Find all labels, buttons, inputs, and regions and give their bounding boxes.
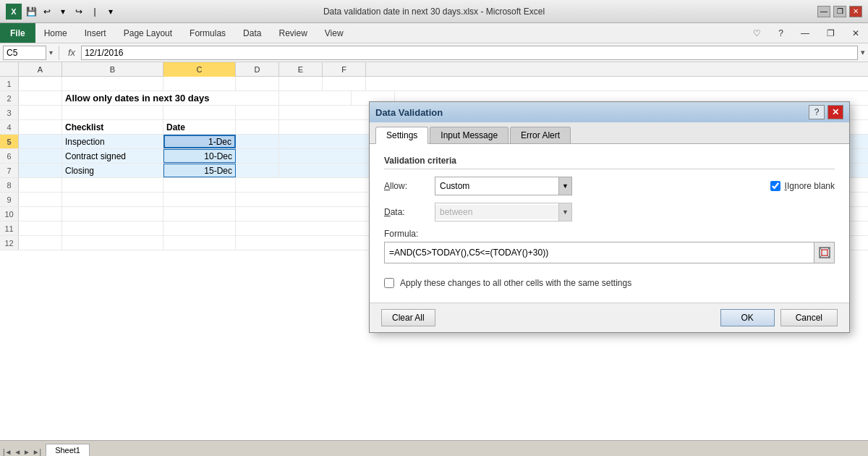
cell-b2[interactable]: Allow only dates in next 30 days	[62, 91, 279, 105]
sheet-nav-arrows[interactable]: |◄ ◄ ► ►|	[3, 448, 41, 456]
cell-c6-date[interactable]: 10-Dec	[163, 149, 236, 163]
cell-f1[interactable]	[323, 77, 366, 90]
tab-settings[interactable]: Settings	[375, 127, 428, 144]
undo-dropdown[interactable]: ▾	[56, 5, 69, 18]
file-menu[interactable]: File	[0, 23, 35, 43]
cell-c2[interactable]	[279, 91, 352, 105]
formula-input[interactable]	[81, 46, 858, 60]
cell-b8[interactable]	[62, 178, 163, 192]
cell-b12[interactable]	[62, 236, 163, 250]
cell-a11[interactable]	[19, 221, 62, 235]
cell-ref-dropdown[interactable]: ▾	[49, 48, 53, 56]
cell-c5-date[interactable]: 1-Dec	[163, 135, 236, 148]
ok-btn[interactable]: OK	[720, 309, 775, 326]
dialog-help-btn[interactable]: ?	[809, 105, 825, 119]
review-menu[interactable]: Review	[270, 23, 315, 43]
data-select-wrapper[interactable]: ▼	[435, 203, 572, 221]
cell-a9[interactable]	[19, 193, 62, 206]
insert-menu[interactable]: Insert	[76, 23, 115, 43]
cell-d6[interactable]	[236, 149, 279, 163]
cell-c8[interactable]	[163, 178, 236, 192]
view-menu[interactable]: View	[316, 23, 352, 43]
cell-c9[interactable]	[163, 193, 236, 206]
apply-changes-row: Apply these changes to all other cells w…	[384, 278, 835, 288]
formula-text-input[interactable]	[385, 245, 814, 261]
dialog-title-buttons: ? ✕	[809, 105, 843, 119]
cell-b7-closing[interactable]: Closing	[62, 164, 163, 177]
cell-c12[interactable]	[163, 236, 236, 250]
clear-all-btn[interactable]: Clear All	[381, 309, 435, 326]
cell-b9[interactable]	[62, 193, 163, 206]
cell-a3[interactable]	[19, 106, 62, 119]
cell-b5-inspection[interactable]: Inspection	[62, 135, 163, 148]
cell-a12[interactable]	[19, 236, 62, 250]
formula-box[interactable]	[384, 242, 835, 263]
window-close[interactable]: ✕	[843, 23, 868, 43]
data-row: Data: ▼	[384, 203, 835, 221]
tab-error-alert[interactable]: Error Alert	[510, 127, 571, 143]
cell-a7[interactable]	[19, 164, 62, 177]
window-restore[interactable]: ❐	[818, 23, 843, 43]
minimize-btn[interactable]: —	[817, 6, 830, 17]
allow-dropdown-arrow[interactable]: ▼	[558, 177, 571, 195]
ignore-blank-checkbox[interactable]	[770, 181, 780, 191]
cell-a4[interactable]	[19, 120, 62, 134]
cell-d4[interactable]	[236, 120, 279, 134]
cell-c11[interactable]	[163, 221, 236, 235]
quick-access-dropdown[interactable]: ▾	[104, 5, 117, 18]
data-dropdown-arrow[interactable]: ▼	[558, 203, 571, 221]
sheet1-tab[interactable]: Sheet1	[46, 444, 90, 456]
redo-icon[interactable]: ↪	[72, 5, 85, 18]
cell-a6[interactable]	[19, 149, 62, 163]
cell-c7-date[interactable]: 15-Dec	[163, 164, 236, 177]
cell-b6-contract[interactable]: Contract signed	[62, 149, 163, 163]
cell-c3[interactable]	[163, 106, 236, 119]
cell-reference-input[interactable]	[3, 46, 46, 60]
undo-icon[interactable]: ↩	[41, 5, 54, 18]
cell-a10[interactable]	[19, 207, 62, 221]
cell-a8[interactable]	[19, 178, 62, 192]
dialog-close-btn[interactable]: ✕	[827, 105, 843, 119]
cell-b10[interactable]	[62, 207, 163, 221]
cell-d5[interactable]	[236, 135, 279, 148]
excel-icon: X	[6, 4, 22, 20]
cell-d3[interactable]	[236, 106, 279, 119]
cell-c10[interactable]	[163, 207, 236, 221]
cell-c4-date[interactable]: Date	[163, 120, 236, 134]
allow-select[interactable]	[435, 179, 558, 193]
formula-icon-btn[interactable]	[814, 242, 834, 263]
col-header-e[interactable]: E	[279, 62, 323, 77]
maximize-btn[interactable]: ❐	[833, 6, 846, 17]
cell-c1[interactable]	[163, 77, 236, 90]
col-header-a[interactable]: A	[19, 62, 62, 77]
cell-a5[interactable]	[19, 135, 62, 148]
save-icon[interactable]: 💾	[25, 5, 38, 18]
data-menu[interactable]: Data	[234, 23, 270, 43]
data-select[interactable]	[435, 205, 558, 219]
tab-input-message[interactable]: Input Message	[430, 127, 509, 143]
cell-a1[interactable]	[19, 77, 62, 90]
cell-b4-checklist[interactable]: Checklist	[62, 120, 163, 134]
cancel-btn[interactable]: Cancel	[780, 309, 838, 326]
cell-e1[interactable]	[279, 77, 323, 90]
question-icon[interactable]: ?	[770, 23, 792, 43]
help-icon[interactable]: ♡	[744, 23, 770, 43]
cell-b3[interactable]	[62, 106, 163, 119]
col-header-d[interactable]: D	[236, 62, 279, 77]
cell-d1[interactable]	[236, 77, 279, 90]
window-min[interactable]: —	[792, 23, 818, 43]
col-header-f[interactable]: F	[323, 62, 366, 77]
apply-changes-checkbox[interactable]	[384, 278, 394, 288]
home-menu[interactable]: Home	[35, 23, 76, 43]
cell-b1[interactable]	[62, 77, 163, 90]
col-header-b[interactable]: B	[62, 62, 163, 77]
allow-select-wrapper[interactable]: ▼	[435, 177, 572, 195]
page-layout-menu[interactable]: Page Layout	[115, 23, 181, 43]
formulas-menu[interactable]: Formulas	[181, 23, 234, 43]
cell-b11[interactable]	[62, 221, 163, 235]
cell-a2[interactable]	[19, 91, 62, 105]
col-header-c[interactable]: C	[163, 62, 236, 77]
cell-d7[interactable]	[236, 164, 279, 177]
close-btn[interactable]: ✕	[849, 6, 862, 17]
formula-bar-expand[interactable]: ▾	[861, 48, 865, 57]
